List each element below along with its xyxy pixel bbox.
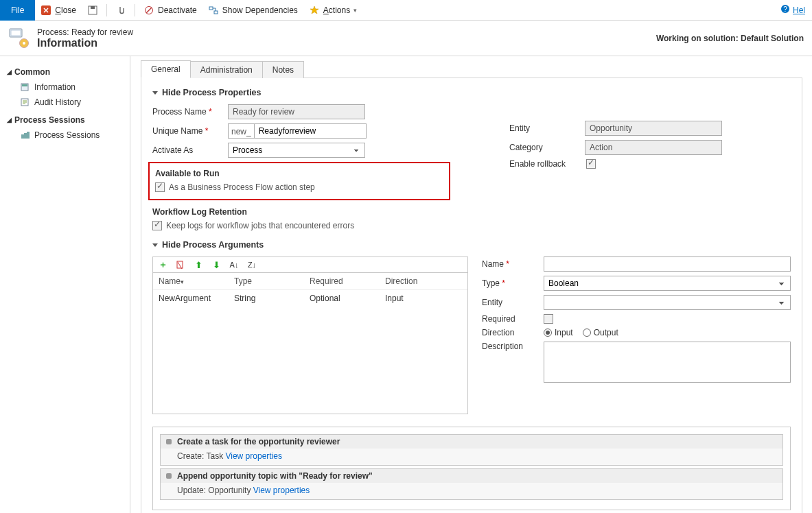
move-down-button[interactable]: ⬇ — [211, 259, 222, 270]
label-enable-rollback: Enable rollback — [509, 159, 585, 169]
col-header-required[interactable]: Required — [310, 276, 385, 286]
svg-rect-2 — [91, 6, 95, 9]
step-item[interactable]: Append opportunity topic with "Ready for… — [160, 468, 783, 500]
sort-asc-button[interactable]: A↓ — [229, 259, 240, 270]
view-properties-link[interactable]: View properties — [225, 451, 282, 461]
radio-direction-input[interactable]: Input — [544, 328, 573, 337]
checkbox-log-retention[interactable]: Keep logs for workflow jobs that encount… — [152, 221, 482, 230]
tab-notes[interactable]: Notes — [262, 61, 304, 78]
arg-type-select[interactable]: Boolean — [544, 276, 791, 291]
sidebar-item-process-sessions[interactable]: Process Sessions — [7, 128, 123, 143]
svg-rect-13 — [22, 84, 27, 86]
step-action-text: Update: Opportunity — [177, 486, 253, 495]
col-header-direction[interactable]: Direction — [385, 276, 462, 286]
tab-general[interactable]: General — [141, 60, 191, 78]
sort-desc-button[interactable]: Z↓ — [246, 259, 257, 270]
add-argument-button[interactable]: ＋ — [157, 259, 168, 270]
sidebar-item-label: Information — [34, 82, 76, 92]
sidebar-item-label: Process Sessions — [34, 130, 100, 140]
arg-description-field[interactable] — [544, 342, 791, 383]
caret-icon: ◢ — [7, 69, 12, 75]
category-field — [585, 140, 722, 155]
delete-argument-button[interactable] — [175, 259, 186, 270]
checkbox-label: Keep logs for workflow jobs that encount… — [166, 221, 354, 230]
deactivate-button[interactable]: Deactivate — [138, 0, 202, 21]
cell-type: String — [234, 294, 310, 303]
section-title: Hide Process Properties — [162, 88, 262, 97]
form-icon — [19, 82, 30, 93]
actions-star-icon — [309, 5, 320, 16]
radio-direction-output[interactable]: Output — [583, 328, 618, 337]
svg-rect-17 — [27, 132, 30, 139]
toolbar: File CCloselose Deactivate Show Dependen… — [0, 0, 812, 21]
move-up-button[interactable]: ⬆ — [193, 259, 204, 270]
help-link[interactable]: ? HelHelp — [780, 4, 805, 16]
label-activate-as: Activate As — [152, 145, 228, 155]
step-item[interactable]: Create a task for the opportunity review… — [160, 434, 783, 466]
sidebar-item-information[interactable]: Information — [7, 80, 123, 95]
sidebar-item-audit-history[interactable]: Audit History — [7, 95, 123, 110]
chevron-down-icon — [152, 243, 158, 247]
help-icon: ? — [780, 4, 790, 16]
radio-label: Output — [594, 328, 618, 337]
breadcrumb: Process: Ready for review — [37, 27, 133, 37]
sidebar-group-process-sessions[interactable]: ◢ Process Sessions — [7, 115, 123, 125]
section-title: Hide Process Arguments — [162, 240, 264, 250]
checkbox-icon — [152, 221, 162, 230]
chevron-down-icon — [152, 91, 158, 95]
section-toggle-process-arguments[interactable]: Hide Process Arguments — [152, 240, 791, 250]
sidebar-item-label: Audit History — [34, 97, 81, 107]
dependencies-icon — [208, 5, 219, 16]
col-header-type[interactable]: Type — [234, 276, 310, 286]
save-as-button[interactable] — [82, 0, 104, 21]
sessions-icon — [19, 130, 30, 141]
tab-administration[interactable]: Administration — [190, 61, 263, 78]
unique-name-field[interactable] — [254, 123, 367, 139]
activate-as-select[interactable]: Process — [228, 143, 365, 158]
arg-entity-select[interactable] — [544, 295, 791, 310]
step-title-text: Create a task for the opportunity review… — [177, 437, 340, 446]
svg-point-11 — [23, 42, 25, 45]
close-button[interactable]: CCloselose — [35, 0, 82, 21]
solution-status: Working on solution: Default Solution — [656, 34, 804, 43]
attach-button[interactable] — [110, 0, 132, 21]
label-arg-required: Required — [482, 314, 544, 324]
sidebar: ◢ Common Information Audit History ◢ Pro… — [0, 56, 130, 513]
rollback-checkbox[interactable] — [586, 159, 596, 169]
unique-name-prefix: new_ — [228, 123, 254, 139]
tab-label: Notes — [272, 65, 294, 75]
svg-rect-15 — [21, 134, 24, 139]
sidebar-group-common[interactable]: ◢ Common — [7, 67, 123, 77]
sidebar-group-common-label: Common — [14, 67, 50, 77]
tab-label: General — [151, 64, 181, 74]
svg-rect-5 — [214, 11, 218, 14]
radio-icon — [544, 329, 552, 337]
label-process-name: Process Name — [152, 107, 228, 117]
show-dependencies-button[interactable]: Show Dependencies — [202, 0, 303, 21]
svg-rect-16 — [24, 133, 27, 139]
svg-rect-9 — [11, 30, 21, 36]
actions-menu[interactable]: AActionsctions ▾ — [303, 0, 362, 21]
view-properties-link[interactable]: View properties — [253, 486, 310, 495]
svg-text:?: ? — [783, 5, 787, 13]
steps-panel: Create a task for the opportunity review… — [152, 427, 791, 510]
process-name-field[interactable] — [228, 104, 365, 119]
checkbox-bpf-action-step[interactable]: As a Business Process Flow action step — [155, 182, 443, 192]
step-bullet-icon — [166, 473, 172, 479]
arg-name-field[interactable] — [544, 256, 791, 272]
argument-row[interactable]: NewArgument String Optional Input — [153, 290, 467, 307]
col-header-name[interactable]: Name▾ — [159, 276, 234, 286]
radio-label: Input — [555, 328, 573, 337]
highlight-available-to-run: Available to Run As a Business Process F… — [148, 162, 450, 200]
tab-label: Administration — [200, 65, 253, 75]
file-menu[interactable]: File — [0, 0, 35, 21]
section-toggle-process-properties[interactable]: Hide Process Properties — [152, 88, 791, 97]
arg-required-checkbox[interactable] — [544, 314, 553, 324]
sidebar-group-ps-label: Process Sessions — [14, 115, 85, 125]
process-icon — [8, 27, 30, 49]
arguments-toolbar: ＋ ⬆ ⬇ A↓ Z↓ — [153, 257, 467, 273]
page-title: Information — [37, 37, 133, 49]
caret-icon: ◢ — [7, 117, 12, 123]
deactivate-label: Deactivate — [158, 5, 197, 15]
label-arg-type: Type — [482, 278, 544, 288]
